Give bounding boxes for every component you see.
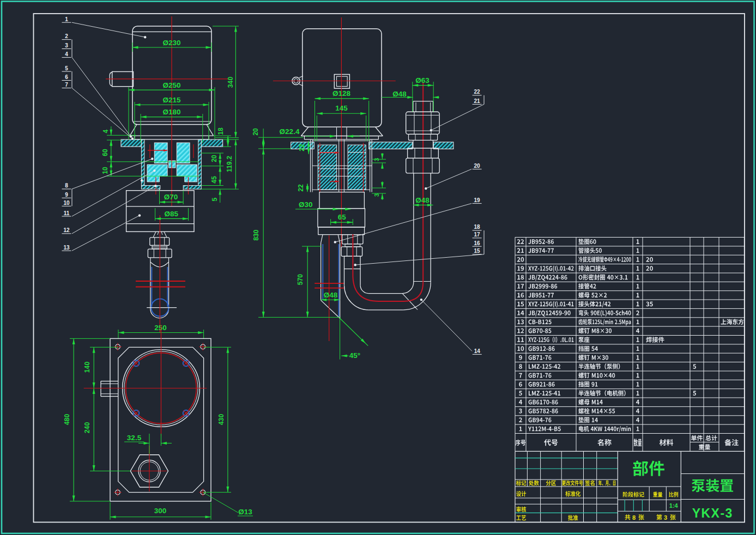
svg-text:5: 5 [65, 65, 68, 71]
svg-text:3: 3 [373, 158, 380, 161]
svg-text:140: 140 [83, 362, 91, 373]
svg-text:65: 65 [338, 213, 347, 221]
svg-text:15: 15 [474, 248, 481, 254]
svg-text:Ø70: Ø70 [164, 193, 178, 201]
svg-text:12: 12 [63, 227, 70, 233]
svg-text:22: 22 [474, 89, 481, 95]
svg-text:60: 60 [101, 149, 109, 156]
svg-text:250: 250 [154, 324, 167, 332]
svg-text:5: 5 [211, 197, 219, 201]
svg-text:22: 22 [298, 144, 306, 151]
svg-text:8: 8 [65, 183, 68, 189]
svg-text:Ø128: Ø128 [332, 89, 351, 98]
svg-text:8: 8 [632, 514, 636, 521]
svg-text:4: 4 [102, 129, 110, 133]
svg-text:7: 7 [65, 82, 68, 88]
svg-text:3: 3 [373, 193, 380, 197]
svg-text:20: 20 [252, 128, 259, 136]
svg-text:3: 3 [664, 514, 667, 521]
svg-text:1:4: 1:4 [669, 502, 679, 509]
svg-text:2: 2 [65, 33, 68, 39]
svg-text:3: 3 [65, 42, 68, 48]
svg-text:20: 20 [210, 155, 218, 162]
svg-text:45°: 45° [349, 351, 360, 360]
svg-text:18: 18 [217, 127, 225, 135]
svg-text:11: 11 [64, 210, 70, 216]
svg-text:Ø30: Ø30 [299, 200, 313, 209]
svg-text:14: 14 [474, 348, 481, 354]
svg-text:10: 10 [63, 200, 70, 206]
svg-text:Ø250: Ø250 [162, 81, 180, 89]
svg-text:1: 1 [65, 16, 68, 22]
svg-text:18: 18 [474, 224, 481, 230]
svg-text:45: 45 [210, 176, 218, 184]
svg-text:480: 480 [63, 414, 71, 425]
svg-text:119.2: 119.2 [226, 156, 233, 172]
svg-text:16: 16 [474, 240, 481, 246]
svg-text:Ø180: Ø180 [162, 108, 180, 116]
svg-text:21: 21 [474, 98, 481, 104]
svg-text:340: 340 [227, 77, 234, 88]
svg-text:Ø22.4: Ø22.4 [280, 127, 300, 136]
svg-text:570: 570 [297, 274, 305, 285]
svg-text:Ø63: Ø63 [415, 76, 430, 84]
svg-text:17: 17 [474, 232, 481, 238]
svg-text:20: 20 [474, 163, 481, 169]
svg-text:Ø85: Ø85 [164, 210, 178, 218]
svg-text:10: 10 [101, 167, 109, 174]
svg-text:Ø48: Ø48 [415, 196, 430, 204]
svg-text:Ø215: Ø215 [162, 96, 181, 104]
svg-text:13: 13 [63, 245, 70, 251]
svg-text:240: 240 [83, 422, 91, 434]
svg-text:830: 830 [253, 229, 261, 241]
svg-text:9: 9 [65, 192, 68, 198]
svg-text:4: 4 [65, 51, 68, 57]
svg-text:Ø230: Ø230 [162, 39, 180, 47]
svg-text:Ø13: Ø13 [238, 508, 252, 516]
svg-text:145: 145 [335, 104, 348, 112]
svg-text:6: 6 [65, 74, 68, 80]
svg-text:32.5: 32.5 [127, 434, 142, 442]
svg-text:Ø48: Ø48 [324, 291, 338, 299]
svg-text:300: 300 [154, 507, 167, 515]
svg-text:YKX-3: YKX-3 [692, 506, 733, 520]
svg-text:19: 19 [474, 197, 481, 203]
svg-text:Ø48: Ø48 [392, 90, 407, 98]
svg-text:22: 22 [297, 184, 305, 192]
svg-text:430: 430 [217, 414, 225, 425]
